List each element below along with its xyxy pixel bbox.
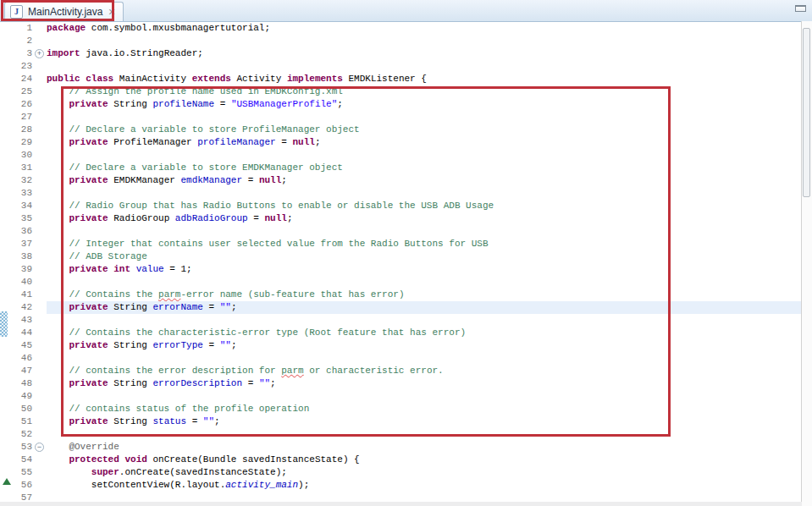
line-number: 34 xyxy=(0,200,32,212)
fold-ruler xyxy=(32,187,47,200)
code-line-40[interactable]: 40 xyxy=(0,276,802,289)
fold-ruler xyxy=(32,428,47,441)
code-line-47[interactable]: 47 // contains the error description for… xyxy=(0,365,802,377)
fold-marker-icon[interactable]: + xyxy=(32,47,47,60)
code-text: private String errorType = ""; xyxy=(47,339,802,352)
code-line-39[interactable]: 39 private int value = 1; xyxy=(0,263,802,276)
line-number: 30 xyxy=(0,149,32,162)
code-text: private String errorName = ""; xyxy=(47,301,802,314)
fold-ruler xyxy=(32,415,47,428)
fold-ruler xyxy=(32,73,47,85)
code-line-25[interactable]: 25 // Assign the profile name used in EM… xyxy=(0,85,802,98)
tab-close-icon[interactable]: ✕ xyxy=(108,8,115,17)
code-line-36[interactable]: 36 xyxy=(0,225,802,238)
code-text: // Declare a variable to store ProfileMa… xyxy=(47,124,802,136)
fold-ruler xyxy=(32,377,47,390)
code-line-43[interactable]: 43 xyxy=(0,314,802,327)
code-line-30[interactable]: 30 xyxy=(0,149,802,162)
code-text xyxy=(47,276,802,289)
fold-ruler xyxy=(32,289,47,301)
code-line-3[interactable]: 3+import java.io.StringReader; xyxy=(0,47,802,60)
fold-marker-icon[interactable]: − xyxy=(32,441,47,454)
code-line-33[interactable]: 33 xyxy=(0,187,802,200)
code-line-28[interactable]: 28 // Declare a variable to store Profil… xyxy=(0,124,802,136)
line-number: 49 xyxy=(0,390,32,403)
code-line-35[interactable]: 35 private RadioGroup adbRadioGroup = nu… xyxy=(0,212,802,225)
code-text: private RadioGroup adbRadioGroup = null; xyxy=(47,212,802,225)
line-number: 25 xyxy=(0,85,32,98)
scrollbar-thumb[interactable] xyxy=(803,28,810,197)
code-line-54[interactable]: 54 protected void onCreate(Bundle savedI… xyxy=(0,454,802,466)
code-line-2[interactable]: 2 xyxy=(0,35,802,47)
code-line-37[interactable]: 37 // Integer that contains user selecte… xyxy=(0,238,802,250)
code-text: // Radio Group that has Radio Buttons to… xyxy=(47,200,802,212)
code-text: protected void onCreate(Bundle savedInst… xyxy=(47,454,802,466)
code-line-45[interactable]: 45 private String errorType = ""; xyxy=(0,339,802,352)
code-line-34[interactable]: 34 // Radio Group that has Radio Buttons… xyxy=(0,200,802,212)
code-line-42[interactable]: 42 private String errorName = ""; xyxy=(0,301,802,314)
code-text: private ProfileManager profileManager = … xyxy=(47,136,802,149)
code-line-56[interactable]: 56 setContentView(R.layout.activity_main… xyxy=(0,479,802,492)
code-line-46[interactable]: 46 xyxy=(0,352,802,365)
horizontal-scrollbar[interactable] xyxy=(0,502,802,506)
code-line-48[interactable]: 48 private String errorDescription = ""; xyxy=(0,377,802,390)
code-line-27[interactable]: 27 xyxy=(0,111,802,124)
code-text xyxy=(47,35,802,47)
code-line-24[interactable]: 24public class MainActivity extends Acti… xyxy=(0,73,802,85)
code-text: // Contains the parm-error name (sub-fea… xyxy=(47,289,802,301)
code-text: private EMDKManager emdkManager = null; xyxy=(47,174,802,187)
code-line-26[interactable]: 26 private String profileName = "USBMana… xyxy=(0,98,802,111)
code-text: // Assign the profile name used in EMDKC… xyxy=(47,85,802,98)
code-text xyxy=(47,314,802,327)
line-number: 24 xyxy=(0,73,32,85)
line-number: 31 xyxy=(0,162,32,174)
code-area[interactable]: 1package com.symbol.mxusbmanagertutorial… xyxy=(0,22,802,506)
code-line-53[interactable]: 53− @Override xyxy=(0,441,802,454)
fold-ruler xyxy=(32,136,47,149)
line-number: 40 xyxy=(0,276,32,289)
code-text: // Integer that contains user selected v… xyxy=(47,238,802,250)
code-line-50[interactable]: 50 // contains status of the profile ope… xyxy=(0,403,802,415)
code-line-32[interactable]: 32 private EMDKManager emdkManager = nul… xyxy=(0,174,802,187)
line-number: 23 xyxy=(0,60,32,73)
code-line-49[interactable]: 49 xyxy=(0,390,802,403)
fold-ruler xyxy=(32,149,47,162)
fold-ruler xyxy=(32,466,47,479)
code-text xyxy=(47,111,802,124)
override-indicator-icon xyxy=(3,478,11,485)
code-line-41[interactable]: 41 // Contains the parm-error name (sub-… xyxy=(0,289,802,301)
fold-ruler xyxy=(32,225,47,238)
fold-ruler xyxy=(32,212,47,225)
code-line-29[interactable]: 29 private ProfileManager profileManager… xyxy=(0,136,802,149)
fold-ruler xyxy=(32,238,47,250)
line-number: 52 xyxy=(0,428,32,441)
minimize-view-button[interactable] xyxy=(795,5,806,12)
line-number: 37 xyxy=(0,238,32,250)
tab-mainactivity-java[interactable]: J MainActivity.java ✕ xyxy=(4,2,124,21)
code-text: // contains the error description for pa… xyxy=(47,365,802,377)
code-text: // ADB Storage xyxy=(47,250,802,263)
code-line-51[interactable]: 51 private String status = ""; xyxy=(0,415,802,428)
code-line-52[interactable]: 52 xyxy=(0,428,802,441)
code-line-44[interactable]: 44 // Contains the characteristic-error … xyxy=(0,327,802,339)
fold-ruler xyxy=(32,60,47,73)
fold-ruler xyxy=(32,111,47,124)
code-text xyxy=(47,187,802,200)
code-line-31[interactable]: 31 // Declare a variable to store EMDKMa… xyxy=(0,162,802,174)
fold-ruler xyxy=(32,352,47,365)
code-line-38[interactable]: 38 // ADB Storage xyxy=(0,250,802,263)
line-number: 3 xyxy=(0,47,32,60)
code-text xyxy=(47,149,802,162)
code-text: // Declare a variable to store EMDKManag… xyxy=(47,162,802,174)
overview-ruler[interactable] xyxy=(801,21,812,506)
line-number: 48 xyxy=(0,377,32,390)
fold-ruler xyxy=(32,98,47,111)
code-text: private String status = ""; xyxy=(47,415,802,428)
code-line-23[interactable]: 23 xyxy=(0,60,802,73)
search-scope-marker xyxy=(0,311,8,337)
code-line-1[interactable]: 1package com.symbol.mxusbmanagertutorial… xyxy=(0,22,802,35)
code-line-55[interactable]: 55 super.onCreate(savedInstanceState); xyxy=(0,466,802,479)
line-number: 28 xyxy=(0,124,32,136)
fold-ruler xyxy=(32,454,47,466)
line-number: 2 xyxy=(0,35,32,47)
